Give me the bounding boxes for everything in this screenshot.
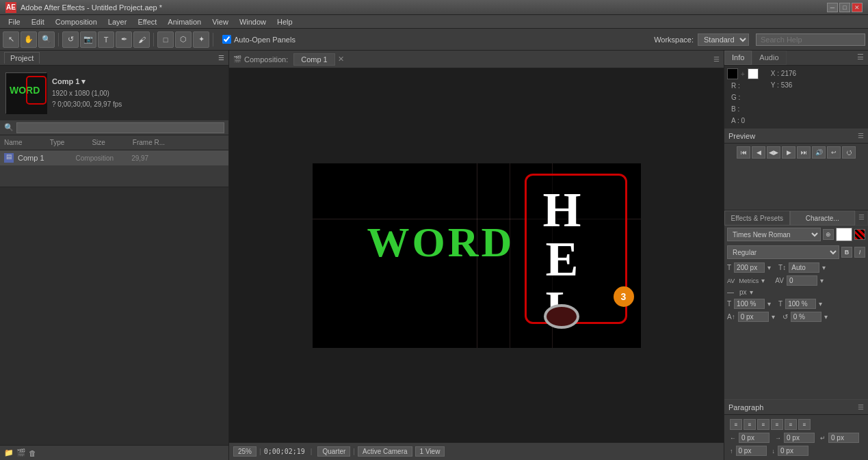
paragraph-panel: Paragraph ☰ ≡ ≡ ≡ ≡ ≡ ≡ ← → ↵ ↑ [724, 399, 868, 460]
zoom-control[interactable]: 25% [233, 446, 257, 457]
font-family-select[interactable]: Times New Roman [727, 228, 821, 241]
zoom-tool[interactable]: 🔍 [38, 31, 55, 48]
info-menu-icon[interactable]: ☰ [853, 51, 868, 65]
preview-panel-header: Preview ☰ [724, 128, 868, 144]
active-camera-control[interactable]: Active Camera [358, 446, 412, 457]
unit-dash: — [727, 288, 734, 296]
indent-left-input[interactable] [739, 433, 770, 443]
ctrl-separator-3: | [353, 448, 355, 455]
app-icon: AE [5, 2, 16, 13]
new-folder-icon[interactable]: 📁 [4, 448, 14, 457]
project-tab[interactable]: Project [4, 52, 40, 64]
separator-1 [58, 33, 59, 46]
indent-first-input[interactable] [828, 433, 859, 443]
effects-presets-tab[interactable]: Effects & Presets [724, 211, 790, 226]
align-center-btn[interactable]: ≡ [744, 419, 756, 430]
minimize-button[interactable]: ─ [827, 3, 838, 12]
scale-v-input[interactable] [734, 299, 765, 309]
leading-input[interactable] [789, 262, 819, 273]
preview-controls: ⏮ ◀ ◀▶ ▶ ⏭ 🔊 ↩ ⭯ [724, 144, 868, 161]
menu-composition[interactable]: Composition [50, 16, 103, 27]
faux-italic-icon[interactable]: I [854, 247, 865, 258]
prev-first-frame[interactable]: ⏮ [737, 146, 750, 159]
search-input[interactable] [756, 33, 865, 46]
menu-edit[interactable]: Edit [26, 16, 50, 27]
item-fps: 29,97 [131, 154, 148, 162]
prev-loop[interactable]: ↩ [827, 146, 841, 159]
scale-row: T ▾ T ▾ [724, 297, 868, 310]
menu-file[interactable]: File [3, 16, 26, 27]
baseline-input[interactable] [738, 312, 769, 322]
panel-menu-icon[interactable]: ☰ [218, 54, 224, 62]
space-after-input[interactable] [778, 446, 808, 456]
mask-tool[interactable]: ⬡ [175, 31, 192, 48]
preview-panel: Preview ☰ ⏮ ◀ ◀▶ ▶ ⏭ 🔊 ↩ ⭯ [724, 128, 868, 211]
prev-ram-preview[interactable]: ◀▶ [767, 146, 780, 159]
audio-tab[interactable]: Audio [752, 51, 786, 65]
project-item-comp1[interactable]: ▤ Comp 1 Composition 29,97 [0, 150, 228, 165]
indent-right-input[interactable] [784, 433, 815, 443]
text-tool[interactable]: T [98, 31, 114, 48]
menu-layer[interactable]: Layer [103, 16, 133, 27]
comp-close-icon[interactable]: ✕ [338, 55, 344, 64]
preview-menu-icon[interactable]: ☰ [858, 132, 864, 139]
prev-last-frame[interactable]: ⏭ [797, 146, 811, 159]
menu-animation[interactable]: Animation [162, 16, 207, 27]
project-search-input[interactable] [16, 122, 224, 133]
prev-ram-options[interactable]: ⭯ [842, 146, 856, 159]
prev-back-frame[interactable]: ◀ [752, 146, 765, 159]
align-right-btn[interactable]: ≡ [757, 419, 770, 430]
maximize-button[interactable]: □ [839, 3, 850, 12]
color-chip-striped[interactable] [854, 229, 865, 240]
align-justify-last-btn[interactable]: ≡ [785, 419, 797, 430]
align-justify-btn[interactable]: ≡ [771, 419, 783, 430]
color-chip-white[interactable] [836, 228, 852, 241]
window-controls: ─ □ ✕ [827, 3, 863, 12]
shape-tool[interactable]: □ [157, 31, 174, 48]
hand-tool[interactable]: ✋ [21, 31, 37, 48]
menu-effect[interactable]: Effect [132, 16, 162, 27]
tracking-input[interactable] [787, 275, 817, 286]
space-before-input[interactable] [736, 446, 767, 456]
font-style-select[interactable]: Regular [727, 245, 839, 259]
comp-menu-icon[interactable]: ☰ [713, 55, 720, 63]
eyedropper-icon[interactable]: ⊕ [823, 229, 834, 240]
comp-tab[interactable]: Comp 1 [293, 53, 335, 66]
paint-tool[interactable]: 🖌 [133, 31, 150, 48]
paragraph-menu-icon[interactable]: ☰ [858, 403, 864, 411]
quality-control[interactable]: Quarter [317, 446, 350, 457]
scale-h-input[interactable] [785, 299, 816, 309]
preview-tab[interactable]: Preview [728, 132, 755, 140]
font-size-input[interactable] [734, 262, 765, 273]
char-menu-icon[interactable]: ☰ [855, 211, 868, 226]
auto-open-checkbox[interactable] [222, 35, 231, 44]
align-left-btn[interactable]: ≡ [730, 419, 742, 430]
separator-2 [153, 33, 154, 46]
camera-tool[interactable]: 📷 [80, 31, 96, 48]
pen-tool[interactable]: ✒ [116, 31, 132, 48]
rotate-tool[interactable]: ↺ [62, 31, 79, 48]
comp-resolution: 1920 x 1080 (1,00) [52, 88, 122, 99]
scale-v-icon: T [727, 300, 731, 308]
new-comp-icon[interactable]: 🎬 [16, 448, 26, 457]
menu-help[interactable]: Help [272, 16, 298, 27]
puppet-tool[interactable]: ✦ [193, 31, 209, 48]
prev-play[interactable]: ▶ [782, 146, 795, 159]
delete-icon[interactable]: 🗑 [29, 449, 36, 457]
character-tab[interactable]: Characte... [790, 211, 856, 226]
paragraph-tab[interactable]: Paragraph [728, 403, 763, 411]
rotate-input[interactable] [791, 312, 821, 322]
size-arrow: ▾ [767, 264, 773, 271]
menu-window[interactable]: Window [234, 16, 272, 27]
menu-view[interactable]: View [207, 16, 234, 27]
align-force-btn[interactable]: ≡ [798, 419, 811, 430]
rotate-icon: ↺ [782, 313, 788, 321]
select-tool[interactable]: ↖ [3, 31, 19, 48]
info-tab[interactable]: Info [724, 51, 752, 65]
project-panel-toolbar: 📁 🎬 🗑 [0, 445, 228, 460]
workspace-select[interactable]: Standard [698, 33, 749, 46]
view-control[interactable]: 1 View [415, 446, 445, 457]
faux-bold-icon[interactable]: B [841, 247, 852, 258]
prev-audio[interactable]: 🔊 [812, 146, 826, 159]
close-button[interactable]: ✕ [852, 3, 863, 12]
